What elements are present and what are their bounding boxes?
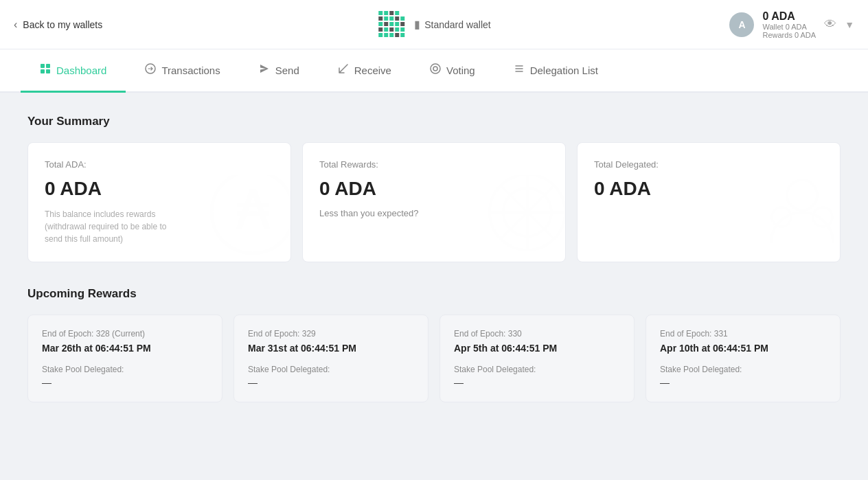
tab-transactions-label: Transactions	[161, 65, 220, 76]
reward-card-330: End of Epoch: 330 Apr 5th at 06:44:51 PM…	[439, 315, 635, 402]
total-delegated-value: 0 ADA	[594, 178, 823, 200]
total-rewards-value: 0 ADA	[319, 178, 549, 200]
svg-rect-24	[41, 64, 45, 68]
epoch-label-330: End of Epoch: 330	[454, 329, 620, 339]
app-logo-icon	[377, 10, 407, 40]
wallet-name: Standard wallet	[424, 19, 491, 30]
epoch-label-331: End of Epoch: 331	[660, 329, 826, 339]
balance-info: 0 ADA Wallet 0 ADA Rewards 0 ADA	[762, 10, 816, 39]
dropdown-arrow-icon[interactable]: ▼	[845, 19, 854, 30]
svg-rect-11	[389, 22, 393, 26]
back-to-wallets-link[interactable]: ‹ Back to my wallets	[14, 19, 102, 31]
epoch-label-328: End of Epoch: 328 (Current)	[42, 329, 208, 339]
tab-transactions[interactable]: Transactions	[126, 49, 239, 93]
total-ada-card: Total ADA: 0 ADA This balance includes r…	[27, 142, 291, 262]
topbar: ‹ Back to my wallets	[0, 0, 868, 49]
avatar: A	[729, 12, 754, 37]
svg-rect-10	[384, 22, 388, 26]
svg-rect-20	[384, 33, 388, 37]
svg-point-30	[433, 67, 437, 71]
back-label: Back to my wallets	[23, 19, 102, 30]
total-balance: 0 ADA	[762, 10, 795, 23]
svg-rect-2	[389, 11, 393, 15]
right-area: A 0 ADA Wallet 0 ADA Rewards 0 ADA 👁 ▼	[729, 10, 854, 39]
rewards-balance-sub: Rewards 0 ADA	[762, 31, 816, 39]
eye-icon[interactable]: 👁	[824, 17, 836, 32]
svg-rect-7	[395, 16, 399, 21]
pool-value-328: —	[42, 377, 208, 388]
svg-rect-22	[395, 33, 399, 37]
pool-value-329: —	[248, 377, 414, 388]
svg-rect-18	[400, 27, 404, 32]
pool-label-329: Stake Pool Delegated:	[248, 365, 414, 374]
logo-area: ▮ Standard wallet	[377, 10, 491, 40]
total-delegated-card: Total Delegated: 0 ADA	[577, 142, 841, 262]
tab-delegation-list[interactable]: Delegation List	[494, 49, 617, 93]
svg-rect-25	[46, 64, 50, 68]
dashboard-icon	[40, 63, 51, 77]
transactions-icon	[145, 63, 156, 77]
svg-rect-16	[389, 27, 393, 32]
svg-rect-21	[389, 33, 393, 37]
total-rewards-label: Total Rewards:	[319, 159, 549, 170]
svg-rect-3	[395, 11, 399, 15]
total-ada-note: This balance includes rewards (withdrawa…	[45, 208, 182, 245]
tab-voting-label: Voting	[446, 65, 475, 76]
epoch-label-329: End of Epoch: 329	[248, 329, 414, 339]
svg-rect-5	[384, 16, 388, 21]
svg-rect-26	[41, 69, 45, 73]
less-than-expected-link[interactable]: Less than you expected?	[319, 208, 549, 218]
svg-rect-6	[389, 16, 393, 21]
pool-label-331: Stake Pool Delegated:	[660, 365, 826, 374]
pool-label-330: Stake Pool Delegated:	[454, 365, 620, 374]
svg-rect-0	[378, 11, 382, 15]
reward-card-328: End of Epoch: 328 (Current) Mar 26th at …	[27, 315, 222, 402]
epoch-date-329: Mar 31st at 06:44:51 PM	[248, 343, 414, 354]
total-rewards-card: Total Rewards: 0 ADA Less than you expec…	[302, 142, 566, 262]
wallet-label-area: ▮ Standard wallet	[414, 18, 491, 31]
summary-section: Your Summary Total ADA: 0 ADA This balan…	[27, 115, 841, 262]
upcoming-rewards-title: Upcoming Rewards	[27, 287, 841, 301]
svg-rect-23	[400, 33, 404, 37]
pool-value-331: —	[660, 377, 826, 388]
svg-rect-4	[378, 16, 382, 21]
tab-dashboard-label: Dashboard	[56, 65, 106, 76]
total-delegated-label: Total Delegated:	[594, 159, 823, 170]
epoch-date-328: Mar 26th at 06:44:51 PM	[42, 343, 208, 354]
svg-rect-12	[395, 22, 399, 26]
svg-point-29	[431, 64, 440, 73]
total-ada-label: Total ADA:	[45, 159, 274, 170]
summary-cards: Total ADA: 0 ADA This balance includes r…	[27, 142, 841, 262]
svg-rect-17	[395, 27, 399, 32]
receive-icon	[338, 63, 349, 77]
send-icon	[259, 63, 270, 77]
svg-rect-1	[384, 11, 388, 15]
delegation-list-icon	[514, 63, 525, 77]
rewards-cards-row: End of Epoch: 328 (Current) Mar 26th at …	[27, 315, 841, 402]
svg-rect-9	[378, 22, 382, 26]
pool-label-328: Stake Pool Delegated:	[42, 365, 208, 374]
back-arrow-icon: ‹	[14, 19, 17, 31]
tab-send[interactable]: Send	[240, 49, 319, 93]
svg-rect-8	[400, 16, 404, 21]
tabbar: Dashboard Transactions Send Receive Voti…	[0, 49, 868, 93]
total-ada-value: 0 ADA	[45, 178, 274, 200]
reward-card-329: End of Epoch: 329 Mar 31st at 06:44:51 P…	[233, 315, 429, 402]
tab-voting[interactable]: Voting	[411, 49, 494, 93]
svg-point-44	[813, 207, 832, 227]
epoch-date-331: Apr 10th at 06:44:51 PM	[660, 343, 826, 354]
tab-receive[interactable]: Receive	[319, 49, 411, 93]
epoch-date-330: Apr 5th at 06:44:51 PM	[454, 343, 620, 354]
summary-title: Your Summary	[27, 115, 841, 128]
pool-value-330: —	[454, 377, 620, 388]
svg-point-43	[772, 207, 791, 227]
svg-rect-19	[378, 33, 382, 37]
wallet-balance-sub: Wallet 0 ADA	[762, 23, 806, 31]
svg-rect-27	[46, 69, 50, 73]
tab-dashboard[interactable]: Dashboard	[21, 49, 126, 93]
reward-card-331: End of Epoch: 331 Apr 10th at 06:44:51 P…	[646, 315, 841, 402]
svg-rect-15	[384, 27, 388, 32]
tab-delegation-label: Delegation List	[530, 65, 598, 76]
upcoming-rewards-section: Upcoming Rewards End of Epoch: 328 (Curr…	[27, 287, 841, 402]
svg-rect-13	[400, 22, 404, 26]
